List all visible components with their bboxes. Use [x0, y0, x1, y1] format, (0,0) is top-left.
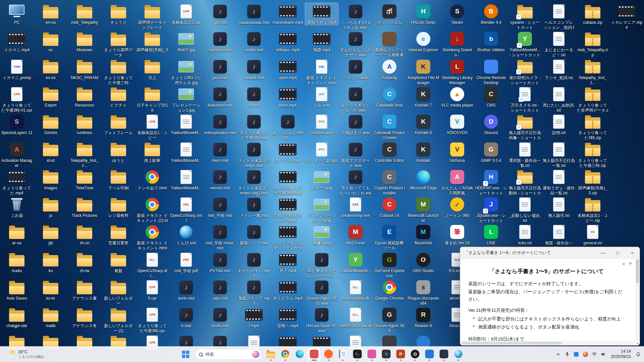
desktop-icon[interactable]: ポポリリリズム — [373, 3, 406, 25]
desktop-icon[interactable]: midi_Telepathy — [68, 3, 101, 25]
desktop-icon[interactable]: きょうりBGコピ用サムネ.jpg — [169, 58, 203, 85]
desktop-icon[interactable]: cubase.zip — [576, 3, 609, 25]
desktop-icon[interactable]: ♪kotusytuaaus.mid — [203, 113, 237, 135]
desktop-icon[interactable]: 井上.mp4 — [271, 251, 305, 274]
desktop-icon[interactable]: ♪gpt.mid — [203, 3, 237, 25]
desktop-icon[interactable]: テンポあて.html — [136, 168, 169, 191]
desktop-icon[interactable]: ar-sa — [0, 223, 34, 246]
taskbar-app-sphere-app[interactable] — [452, 348, 465, 361]
desktop-icon[interactable]: manisekarin.mp4 — [271, 3, 305, 25]
desktop-icon[interactable]: ♪mid_学校 muse.mid — [203, 223, 237, 251]
desktop-icon[interactable]: 65407.jpg — [169, 30, 203, 53]
desktop-icon[interactable]: open.mp4 — [271, 58, 305, 80]
desktop-icon[interactable]: f.mp4 — [237, 306, 271, 328]
desktop-icon[interactable]: ♪無題のスコア.mp3 — [237, 279, 271, 306]
desktop-icon[interactable]: KKontakt 8 — [407, 113, 440, 135]
desktop-icon[interactable]: YukkuriMovieM... — [169, 113, 203, 135]
desktop-icon[interactable]: だれだFXUれたやつ.mp4 — [271, 196, 305, 223]
desktop-icon[interactable]: ko — [34, 251, 67, 274]
desktop-icon[interactable]: Export — [34, 85, 67, 108]
desktop-icon[interactable]: Images — [34, 168, 67, 191]
desktop-icon[interactable]: ♪わかりやすい.mp3 — [237, 251, 271, 279]
desktop-icon[interactable]: es-es — [34, 58, 67, 80]
clock[interactable]: 14:14 2025/09/23 — [608, 349, 634, 359]
notifications-button[interactable] — [634, 349, 643, 360]
desktop-icon[interactable]: きょうり食ってた午後三時 — [102, 58, 135, 85]
desktop-icon[interactable]: 調声練習(失敗)_3 — [136, 30, 169, 53]
desktop-icon[interactable]: MMinecraft Launcher — [407, 196, 440, 223]
desktop-icon[interactable]: 父子キャンプ2018 — [136, 85, 169, 113]
desktop-icon[interactable]: midi_Telepathy.zip — [576, 30, 609, 58]
desktop-icon[interactable]: OOBS Studio — [407, 251, 440, 274]
scrollbar-thumb[interactable] — [462, 342, 562, 345]
desktop-icon[interactable]: DDiscord — [474, 113, 508, 135]
desktop[interactable]: PCイカマニ.mp4YMMイカマニ.ymmpCPRきょうり食ってた午後3時-01… — [0, 0, 644, 362]
desktop-icon[interactable]: 孤独なインディーゲーム開発者の一生... — [373, 30, 406, 58]
desktop-icon[interactable]: ♪Groove Agent SE 01.wav — [305, 279, 338, 306]
desktop-icon[interactable]: CPR名称未設定1.cpr — [169, 3, 203, 25]
desktop-icon[interactable]: 無題.mp4 — [305, 30, 338, 53]
desktop-icon[interactable]: HHALion Sonic — [407, 3, 440, 25]
desktop-icon[interactable]: アナウンス冬 — [68, 306, 101, 328]
desktop-icon[interactable]: J↗JQuake.exe - ショートカット — [474, 196, 508, 223]
desktop-icon[interactable]: CCubase 14 — [373, 196, 406, 218]
desktop-icon[interactable]: ピクチャ — [102, 85, 135, 108]
desktop-icon[interactable]: ♪sirofo.mid — [203, 306, 237, 328]
desktop-icon[interactable]: 翌尾へ.mp4 — [271, 306, 305, 328]
desktop-icon[interactable]: ♪jusu.mid — [203, 58, 237, 80]
desktop-icon[interactable]: PC — [0, 3, 34, 25]
hidden-icons-chevron[interactable] — [554, 349, 562, 360]
desktop-icon[interactable]: Microsoft Edge — [407, 168, 440, 191]
desktop-icon[interactable]: ↓Steinberg Downlo... — [440, 30, 474, 58]
desktop-icon[interactable]: DLLOpenCvSharp.dll... — [136, 251, 169, 279]
desktop-icon[interactable]: ♪umibet.mid — [237, 58, 271, 80]
desktop-icon[interactable]: ♪新規ソング.mid — [237, 223, 271, 246]
desktop-icon[interactable]: BBlender 4.4 — [474, 3, 508, 25]
desktop-icon[interactable]: 売上 — [136, 58, 169, 80]
desktop-icon[interactable]: ♪パスドラ.wav — [339, 58, 372, 80]
desktop-icon[interactable]: CPRきょうり食ってた午後3時.cpr — [136, 306, 169, 334]
desktop-icon[interactable]: Aかんたん！AITalk 3 関西風 — [440, 168, 474, 196]
desktop-icon[interactable]: 選択肢 - 親作品一覧.txt — [508, 141, 542, 168]
desktop-icon[interactable]: ♪umibe.mid — [237, 30, 271, 53]
start-button[interactable] — [179, 348, 193, 361]
desktop-icon[interactable]: 新しいフォルダー (2) — [102, 306, 135, 334]
desktop-icon[interactable]: Audio — [0, 251, 34, 274]
desktop-icon[interactable]: SSteam — [440, 3, 474, 25]
desktop-icon[interactable]: zh-tw — [68, 251, 101, 274]
desktop-icon[interactable]: Y↗YukkuriMovieM... - ショートカット — [508, 30, 542, 58]
desktop-icon[interactable]: ↗syasinn - ショートカット — [508, 3, 542, 30]
desktop-icon[interactable]: ♪xl.mid — [237, 85, 271, 108]
desktop-icon[interactable]: まにまにわーるど！.txt — [542, 30, 576, 58]
desktop-icon[interactable]: Auto Saves — [0, 279, 34, 301]
dialog-titlebar[interactable]: 「さよなら手書き 1〜9」のサポートについて — □ × — [460, 247, 640, 259]
desktop-icon[interactable]: 最新 — [102, 251, 135, 274]
desktop-icon[interactable]: EEpson 接続診断ツール — [373, 223, 406, 251]
desktop-icon[interactable]: PPSおーまーにあ.ppsf — [305, 141, 338, 168]
desktop-icon[interactable]: GGIMP 3.0.4 — [474, 141, 508, 163]
desktop-icon[interactable]: 路上駐車 — [136, 141, 169, 163]
desktop-icon[interactable]: YYukkuriMovieM... — [339, 251, 372, 274]
desktop-icon[interactable]: Google Chrome — [373, 279, 406, 301]
desktop-icon[interactable]: USTうみ.ustx — [305, 85, 338, 108]
desktop-icon[interactable]: YukkuriMovieM... — [169, 168, 203, 191]
desktop-icon[interactable]: ♪001_東北きりたん（ノーマル）_少しやん... — [305, 251, 338, 279]
desktop-icon[interactable]: LSteinberg Library Manager — [440, 58, 474, 85]
desktop-icon[interactable]: ♪mid_学校.mid — [203, 196, 237, 218]
desktop-icon[interactable]: きょうり — [102, 3, 135, 25]
desktop-icon[interactable]: 営業日変更 — [102, 223, 135, 246]
desktop-icon[interactable]: 通知うぜぇ.mp4 — [305, 3, 338, 25]
maximize-button[interactable]: □ — [610, 247, 625, 258]
desktop-icon[interactable]: 調声練習(失敗)_3.zip — [576, 168, 609, 196]
desktop-icon[interactable]: RReaktor 6 — [407, 306, 440, 328]
volume-tray-icon[interactable] — [599, 349, 608, 360]
desktop-icon[interactable]: きょうり.mp4 — [271, 141, 305, 163]
desktop-icon[interactable]: 画像1.png — [305, 223, 338, 246]
help-icon[interactable]: ? — [629, 261, 632, 268]
microphone-tray-icon[interactable] — [563, 349, 572, 360]
desktop-icon[interactable]: malib — [34, 306, 67, 328]
desktop-icon[interactable]: ♪PVTNd.mid — [203, 251, 237, 274]
desktop-icon[interactable]: MMoZA.exe — [339, 223, 372, 246]
taskbar-app-microsoft-edge[interactable] — [293, 348, 307, 361]
desktop-icon[interactable]: ♪答え知っててもむりいわこれ.wav — [339, 168, 372, 196]
